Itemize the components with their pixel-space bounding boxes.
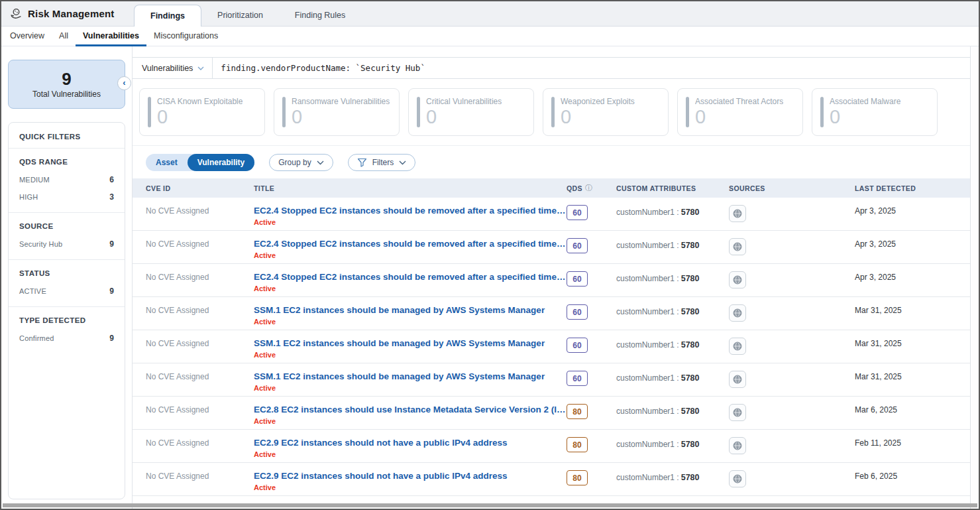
total-vulnerabilities-card[interactable]: 9 Total Vulnerabilities ‹ [8,60,125,109]
vulnerability-toggle-button[interactable]: Vulnerability [188,154,255,171]
source-icon-button[interactable] [729,371,746,388]
table-row: No CVE Assigned EC2.9 EC2 instances shou… [133,463,970,496]
globe-icon [732,474,743,484]
chevron-left-icon: ‹ [123,78,125,87]
filter-section-title: SOURCE [19,222,114,230]
source-icon-button[interactable] [729,304,746,322]
search-query-input[interactable]: finding.vendorProductName: `Security Hub… [213,58,970,78]
filter-item[interactable]: Security Hub 9 [19,239,114,249]
info-icon[interactable]: ⓘ [585,183,592,193]
sources-cell [729,264,855,288]
filters-label: Filters [372,158,394,167]
filter-item[interactable]: HIGH 3 [19,192,114,202]
stat-card[interactable]: Critical Vulnerabilities 0 [408,88,534,136]
top-tabs: Findings Prioritization Finding Rules [134,1,361,26]
subtab-all[interactable]: All [52,27,76,46]
filter-item[interactable]: ACTIVE 9 [19,287,114,296]
stat-card-value: 0 [695,107,783,127]
group-by-button[interactable]: Group by [269,154,333,171]
finding-title-link[interactable]: SSM.1 EC2 instances should be managed by… [254,304,567,315]
asset-toggle-button[interactable]: Asset [146,154,188,171]
stat-card[interactable]: CISA Known Exploitable 0 [139,88,265,136]
filter-item[interactable]: Confirmed 9 [19,334,114,343]
stat-card-bar [148,97,151,127]
source-icon-button[interactable] [729,470,746,487]
collapse-sidebar-button[interactable]: ‹ [117,76,131,90]
subtab-misconfigurations[interactable]: Misconfigurations [146,27,225,46]
finding-title-link[interactable]: SSM.1 EC2 instances should be managed by… [254,371,567,381]
column-header-custom-attributes[interactable]: CUSTOM ATTRIBUTES [616,184,729,192]
qds-cell: 60 [567,330,616,353]
qds-cell: 80 [567,430,616,452]
source-icon-button[interactable] [729,205,746,222]
qds-cell: 60 [567,264,616,287]
stat-card-label: CISA Known Exploitable [157,97,243,106]
finding-title-link[interactable]: EC2.4 Stopped EC2 instances should be re… [254,271,567,282]
horizontal-scrollbar[interactable] [3,503,977,507]
filters-button[interactable]: Filters [348,154,416,171]
vertical-scrollbar-track[interactable] [970,46,979,509]
cve-id-cell: No CVE Assigned [146,363,254,381]
stat-card-label: Associated Threat Actors [695,97,783,106]
chevron-down-icon [399,160,406,165]
tab-findings[interactable]: Findings [134,5,201,27]
last-detected-cell: Mar 31, 2025 [855,363,961,381]
column-header-title[interactable]: TITLE [254,184,567,192]
table-row: No CVE Assigned SSM.1 EC2 instances shou… [133,363,970,397]
source-icon-button[interactable] [729,338,746,355]
column-header-sources[interactable]: SOURCES [729,184,855,192]
sources-cell [729,330,855,355]
stat-card[interactable]: Weaponized Exploits 0 [543,88,669,136]
source-icon-button[interactable] [729,271,746,288]
source-icon-button[interactable] [729,437,746,454]
status-badge: Active [254,285,567,292]
stat-card[interactable]: Associated Threat Actors 0 [677,88,803,136]
globe-icon [732,407,743,418]
title-cell: EC2.9 EC2 instances should not have a pu… [254,463,567,491]
cve-id-cell: No CVE Assigned [146,297,254,315]
source-icon-button[interactable] [729,238,746,255]
custom-attribute-key: customNumber1 : [616,241,679,250]
stat-card[interactable]: Ransomware Vulnerabilities 0 [274,88,400,136]
qds-badge: 60 [567,304,588,320]
column-header-qds[interactable]: QDS ⓘ [567,183,616,193]
filter-item-count: 3 [109,192,114,202]
finding-title-link[interactable]: EC2.4 Stopped EC2 instances should be re… [254,238,567,249]
status-badge: Active [254,417,567,425]
qds-badge: 60 [567,371,588,386]
filter-item[interactable]: MEDIUM 6 [19,175,114,184]
search-bar: Vulnerabilities finding.vendorProductNam… [133,57,970,79]
title-cell: SSM.1 EC2 instances should be managed by… [254,363,567,392]
total-vulnerabilities-count: 9 [62,70,71,89]
tab-finding-rules[interactable]: Finding Rules [279,5,361,26]
globe-icon [732,275,743,285]
filter-section: SOURCE Security Hub 9 [9,213,125,260]
globe-icon [732,341,743,351]
subtab-vulnerabilities[interactable]: Vulnerabilities [76,27,146,46]
search-scope-dropdown[interactable]: Vulnerabilities [133,58,213,78]
tab-prioritization[interactable]: Prioritization [201,5,279,26]
qds-cell: 60 [567,198,616,220]
status-badge: Active [254,483,567,491]
finding-title-link[interactable]: EC2.9 EC2 instances should not have a pu… [254,437,567,448]
column-header-last-detected[interactable]: LAST DETECTED [855,184,961,192]
finding-title-link[interactable]: EC2.8 EC2 instances should use Instance … [254,404,567,414]
column-header-cve-id[interactable]: CVE ID [146,184,254,192]
funnel-icon [357,158,367,167]
finding-title-link[interactable]: SSM.1 EC2 instances should be managed by… [254,338,567,348]
last-detected-cell: Mar 31, 2025 [855,297,961,315]
qds-badge: 60 [567,338,588,353]
source-icon-button[interactable] [729,404,746,421]
globe-icon [732,241,743,252]
subtab-overview[interactable]: Overview [3,27,52,46]
filter-section: QDS RANGE MEDIUM 6 [9,149,125,213]
finding-title-link[interactable]: EC2.9 EC2 instances should not have a pu… [254,470,567,481]
custom-attributes-cell: customNumber1 :5780 [616,330,729,350]
custom-attribute-key: customNumber1 : [616,208,679,217]
filter-item-count: 6 [109,175,114,184]
finding-title-link[interactable]: EC2.4 Stopped EC2 instances should be re… [254,205,567,216]
stat-card[interactable]: Associated Malware 0 [812,88,938,136]
last-detected-cell: Apr 3, 2025 [855,264,961,282]
stat-card-label: Critical Vulnerabilities [426,97,502,106]
chevron-down-icon [317,160,324,165]
